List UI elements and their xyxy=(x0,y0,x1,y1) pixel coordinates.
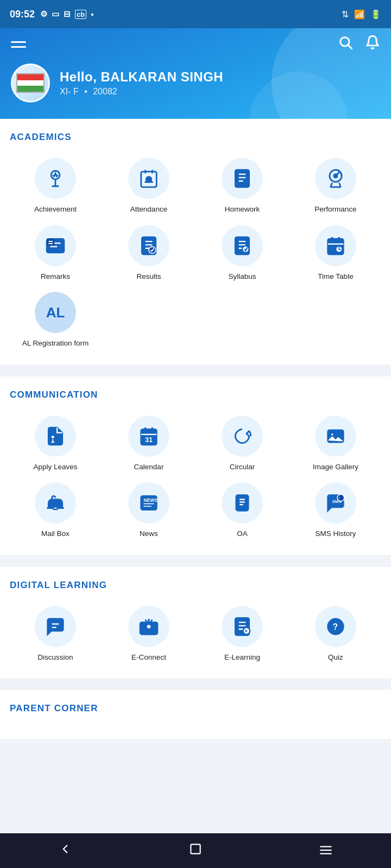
sms-history-item[interactable]: SMS ! SMS History xyxy=(290,479,381,542)
news-item[interactable]: NEWS News xyxy=(103,479,194,542)
greeting-text: Hello, BALKARAN SINGH xyxy=(60,69,223,85)
performance-icon-circle xyxy=(315,158,356,199)
gear-icon: ⚙ xyxy=(40,9,47,19)
quiz-icon-circle: ? xyxy=(315,606,356,647)
svg-line-10 xyxy=(336,173,339,176)
mailbox-label: Mail Box xyxy=(41,529,70,539)
academics-title: ACADEMICS xyxy=(10,132,381,143)
svg-text:?: ? xyxy=(332,622,338,631)
battery-icon: 🔋 xyxy=(370,9,381,20)
circular-label: Circular xyxy=(230,462,255,472)
attendance-icon-circle xyxy=(128,158,169,199)
performance-item[interactable]: Performance xyxy=(290,155,381,218)
results-item[interactable]: Results xyxy=(103,222,194,285)
calendar-label: Calendar xyxy=(134,462,164,472)
homework-label: Homework xyxy=(225,205,260,214)
status-left: 09:52 ⚙ ▭ ⊟ cb • xyxy=(10,9,93,20)
calendar-item[interactable]: 31 Calendar xyxy=(103,412,194,475)
news-icon-circle: NEWS xyxy=(128,482,169,524)
academics-grid: Achievement Attendance Ho xyxy=(10,155,381,352)
svg-point-50 xyxy=(146,624,152,629)
avatar xyxy=(11,63,50,103)
parent-corner-title: PARENT CORNER xyxy=(10,703,381,714)
communication-title: COMMUNICATION xyxy=(10,390,381,400)
news-label: News xyxy=(140,529,158,539)
cast-icon: ▭ xyxy=(52,9,59,19)
al-registration-label: AL Registration form xyxy=(22,339,89,348)
roll-no: 20082 xyxy=(93,87,117,96)
digital-learning-grid: Discussion E-Connect xyxy=(10,603,381,666)
svg-point-27 xyxy=(51,435,55,439)
al-registration-item[interactable]: AL AL Registration form xyxy=(10,289,101,352)
e-learning-label: E-Learning xyxy=(224,653,260,662)
menu-button[interactable] xyxy=(306,838,346,864)
e-connect-item[interactable]: E-Connect xyxy=(103,603,194,666)
calendar-icon-circle: 31 xyxy=(128,416,169,457)
homework-icon-circle xyxy=(222,158,263,199)
svg-text:NEWS: NEWS xyxy=(144,498,158,503)
back-button[interactable] xyxy=(45,838,85,864)
payment-icon: ⊟ xyxy=(64,9,71,19)
homework-item[interactable]: Homework xyxy=(197,155,288,218)
svg-rect-15 xyxy=(47,239,54,246)
oa-icon-circle xyxy=(222,482,263,524)
results-label: Results xyxy=(136,272,161,282)
attendance-item[interactable]: Attendance xyxy=(103,155,194,218)
syllabus-item[interactable]: Syllabus xyxy=(197,222,288,285)
cb-icon: cb xyxy=(75,10,86,19)
e-connect-icon-circle xyxy=(128,606,169,647)
dot-icon: • xyxy=(91,10,93,19)
circular-item[interactable]: Circular xyxy=(197,412,288,475)
mailbox-item[interactable]: Mail Box xyxy=(10,479,101,542)
divider-3 xyxy=(0,685,391,690)
image-gallery-icon-circle xyxy=(315,416,356,457)
achievement-label: Achievement xyxy=(34,205,77,214)
results-icon-circle xyxy=(128,225,169,266)
divider-1 xyxy=(0,371,391,376)
image-gallery-item[interactable]: Image Gallery xyxy=(290,412,381,475)
remarks-item[interactable]: Remarks xyxy=(10,222,101,285)
discussion-icon-circle xyxy=(35,606,76,647)
left-status-icons: ⚙ ▭ ⊟ cb • xyxy=(40,9,93,19)
quiz-item[interactable]: ? Quiz xyxy=(290,603,381,666)
timetable-icon-circle xyxy=(315,225,356,266)
attendance-label: Attendance xyxy=(130,205,167,214)
achievement-item[interactable]: Achievement xyxy=(10,155,101,218)
user-info: Hello, BALKARAN SINGH XI- F • 20082 xyxy=(11,63,380,103)
image-gallery-label: Image Gallery xyxy=(313,462,358,472)
al-icon-circle: AL xyxy=(35,292,76,333)
home-button[interactable] xyxy=(175,838,216,864)
e-learning-item[interactable]: E-Learning xyxy=(197,603,288,666)
oa-item[interactable]: OA xyxy=(197,479,288,542)
e-learning-icon-circle xyxy=(222,606,263,647)
svg-rect-40 xyxy=(236,495,248,511)
hamburger-menu[interactable] xyxy=(11,41,26,48)
apply-leaves-label: Apply Leaves xyxy=(33,462,77,472)
apply-leaves-icon-circle xyxy=(35,416,76,457)
discussion-label: Discussion xyxy=(37,653,73,662)
circular-icon-circle xyxy=(222,416,263,457)
academics-section: ACADEMICS Achievement xyxy=(0,119,391,365)
performance-label: Performance xyxy=(314,205,356,214)
user-text: Hello, BALKARAN SINGH XI- F • 20082 xyxy=(60,69,223,97)
quiz-label: Quiz xyxy=(328,653,343,662)
svg-text:31: 31 xyxy=(145,436,153,444)
sms-history-icon-circle: SMS ! xyxy=(315,482,356,524)
header: Hello, BALKARAN SINGH XI- F • 20082 xyxy=(0,28,391,119)
remarks-label: Remarks xyxy=(41,272,70,282)
apply-leaves-item[interactable]: Apply Leaves xyxy=(10,412,101,475)
discussion-item[interactable]: Discussion xyxy=(10,603,101,666)
achievement-icon-circle xyxy=(35,158,76,199)
bottom-spacer xyxy=(0,745,391,780)
svg-point-34 xyxy=(331,432,334,436)
time-display: 09:52 xyxy=(10,9,35,20)
status-bar: 09:52 ⚙ ▭ ⊟ cb • ⇅ 📶 🔋 xyxy=(0,0,391,28)
signal-icon: ⇅ xyxy=(342,9,349,20)
oa-label: OA xyxy=(237,529,248,539)
class-label: XI- F xyxy=(60,87,79,96)
mailbox-icon-circle xyxy=(35,482,76,524)
svg-point-35 xyxy=(53,507,58,509)
timetable-item[interactable]: Time Table xyxy=(290,222,381,285)
digital-learning-title: DIGITAL LEARNING xyxy=(10,580,381,591)
status-right: ⇅ 📶 🔋 xyxy=(342,9,381,20)
